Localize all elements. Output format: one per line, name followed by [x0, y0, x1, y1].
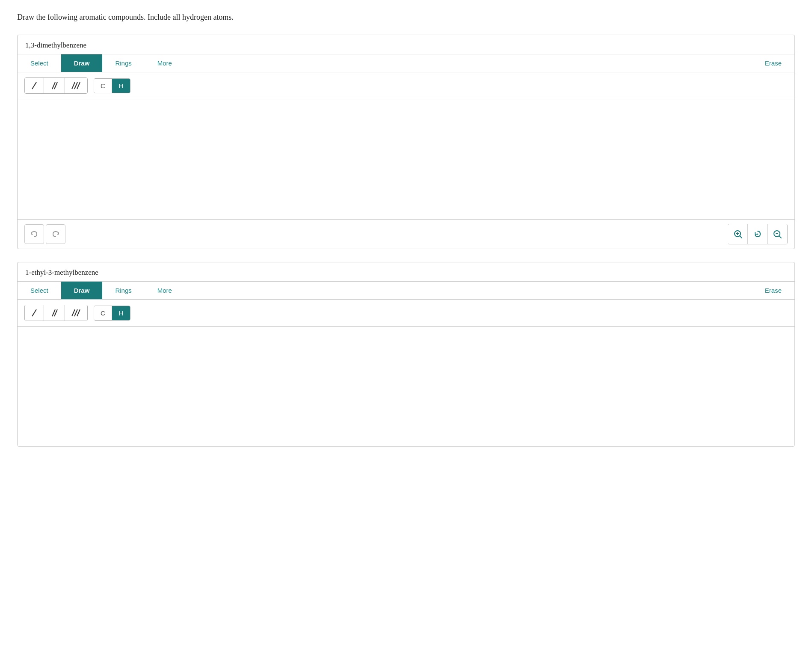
triple-bond-btn-1[interactable]: [65, 78, 87, 93]
svg-point-10: [757, 234, 758, 235]
atom-carbon-btn-2[interactable]: C: [94, 306, 112, 320]
zoom-reset-btn-1[interactable]: [748, 224, 768, 244]
svg-line-13: [779, 236, 781, 238]
svg-line-0: [32, 82, 36, 89]
double-bond-btn-1[interactable]: [44, 78, 65, 93]
draw-tools-2: CH: [18, 300, 794, 327]
toolbar-select-btn-2[interactable]: Select: [18, 282, 61, 299]
toolbar-more-btn-1[interactable]: More: [145, 54, 185, 72]
toolbar-draw-btn-2[interactable]: Draw: [61, 282, 103, 299]
svg-line-17: [72, 309, 75, 316]
undo-btn-1[interactable]: [24, 224, 44, 244]
canvas-controls-1: [18, 219, 794, 249]
compound-title-1: 1,3-dimethylbenzene: [18, 35, 794, 54]
canvas-area-2[interactable]: [18, 327, 794, 446]
zoom-out-btn-1[interactable]: [768, 224, 787, 244]
single-bond-btn-2[interactable]: [25, 305, 44, 321]
undo-redo-group-1: [24, 224, 65, 244]
bond-group-1: [24, 77, 88, 94]
atom-carbon-btn-1[interactable]: C: [94, 79, 112, 93]
compound-card-1: 1,3-dimethylbenzeneSelectDrawRingsMoreEr…: [17, 35, 795, 249]
svg-line-18: [74, 309, 77, 316]
draw-tools-1: CH: [18, 72, 794, 99]
toolbar-select-btn-1[interactable]: Select: [18, 54, 61, 72]
atom-hydrogen-btn-2[interactable]: H: [112, 306, 130, 320]
toolbar-draw-btn-1[interactable]: Draw: [61, 54, 103, 72]
toolbar-erase-btn-1[interactable]: Erase: [752, 54, 794, 72]
svg-line-19: [77, 309, 80, 316]
svg-line-5: [77, 82, 80, 89]
atom-group-1: CH: [94, 78, 130, 93]
svg-line-9: [740, 236, 742, 238]
double-bond-btn-2[interactable]: [44, 305, 65, 321]
triple-bond-btn-2[interactable]: [65, 305, 87, 321]
toolbar-rings-btn-2[interactable]: Rings: [102, 282, 144, 299]
svg-line-4: [74, 82, 77, 89]
toolbar-more-btn-2[interactable]: More: [145, 282, 185, 299]
bond-group-2: [24, 305, 88, 321]
compound-title-2: 1-ethyl-3-methylbenzene: [18, 262, 794, 281]
toolbar-rings-btn-1[interactable]: Rings: [102, 54, 144, 72]
zoom-in-btn-1[interactable]: [728, 224, 748, 244]
page-instruction: Draw the following aromatic compounds. I…: [17, 13, 795, 22]
svg-line-14: [32, 309, 36, 316]
compound-card-2: 1-ethyl-3-methylbenzeneSelectDrawRingsMo…: [17, 262, 795, 447]
svg-line-3: [72, 82, 75, 89]
canvas-area-1[interactable]: [18, 99, 794, 219]
toolbar-erase-btn-2[interactable]: Erase: [752, 282, 794, 299]
zoom-group-1: [728, 224, 788, 244]
toolbar-2: SelectDrawRingsMoreErase: [18, 281, 794, 300]
toolbar-1: SelectDrawRingsMoreErase: [18, 54, 794, 72]
atom-hydrogen-btn-1[interactable]: H: [112, 79, 130, 93]
single-bond-btn-1[interactable]: [25, 78, 44, 93]
atom-group-2: CH: [94, 306, 130, 321]
redo-btn-1[interactable]: [46, 224, 65, 244]
